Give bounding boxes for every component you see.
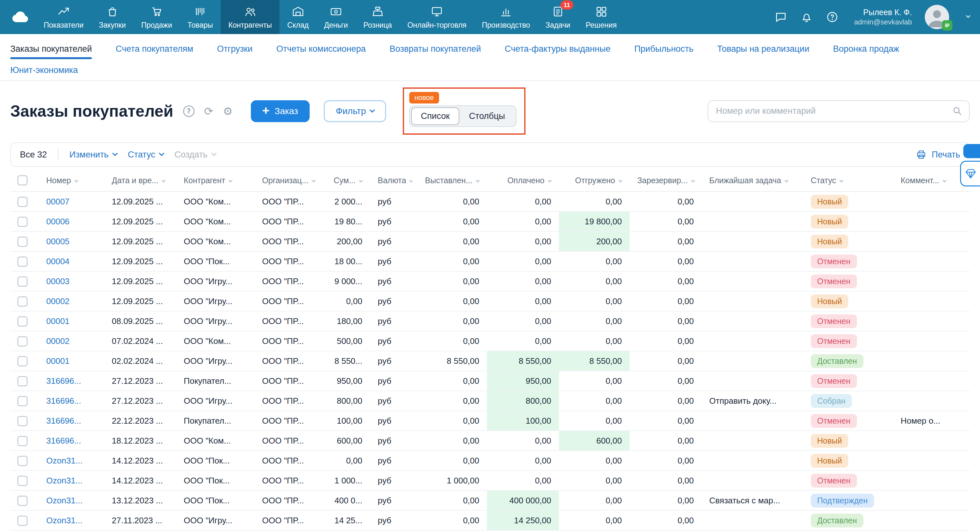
nav-item-solutions[interactable]: Решения [578,0,624,34]
row-checkbox[interactable] [18,436,28,446]
order-number-link[interactable]: 316696... [46,376,81,386]
column-header[interactable]: Коммент... [893,169,970,191]
table-row[interactable]: 0000512.09.2025 ...ООО "Ком...ООО "ПР...… [10,231,970,251]
row-checkbox[interactable] [18,396,28,406]
order-number-link[interactable]: Ozon31... [46,496,83,505]
row-checkbox[interactable] [18,316,28,327]
selection-count[interactable]: Все 32 [20,150,47,160]
nav-item-money[interactable]: Деньги [317,0,356,34]
table-row[interactable]: 0000412.09.2025 ...ООО "Пок...ООО "ПР...… [10,251,970,271]
table-row[interactable]: 0000108.09.2025 ...ООО "Игру...ООО "ПР..… [10,311,970,331]
nav-item-purchases[interactable]: Закупки [91,0,134,34]
order-number-link[interactable]: 316696... [46,396,81,406]
order-number-link[interactable]: Ozon31... [46,515,83,525]
column-header[interactable]: Контрагент [176,169,255,191]
column-header[interactable]: Дата и вре... [104,169,176,191]
table-row[interactable]: Ozon31...14.12.2023 ...ООО "Пок...ООО "П… [10,451,970,470]
subnav-item-10[interactable]: Юнит-экономика [10,65,78,75]
order-number-link[interactable]: 316696... [46,436,81,445]
column-header[interactable]: Организац... [255,169,319,191]
nav-item-online-trade[interactable]: Онлайн-торговля [399,0,474,34]
subnav-item-3[interactable]: Отгрузки [217,44,253,54]
subnav-item-9[interactable]: Воронка продаж [833,44,899,54]
order-number-link[interactable]: 00001 [46,316,69,326]
refresh-icon[interactable]: ⟳ [204,106,213,117]
order-number-link[interactable]: 00005 [46,237,69,246]
table-row[interactable]: 316696...27.12.2023 ...ООО "Игру...ООО "… [10,391,970,411]
row-checkbox[interactable] [18,197,28,207]
page-help-icon[interactable]: ? [183,105,195,117]
status-dropdown[interactable]: Статус [128,150,164,160]
nav-item-sales[interactable]: Продажи [134,0,180,34]
table-row[interactable]: Ozon31...13.12.2023 ...ООО "Пок...ООО "П… [10,491,970,510]
row-checkbox[interactable] [18,257,28,267]
column-header[interactable]: Номер [38,169,104,191]
order-number-link[interactable]: 00003 [46,276,69,286]
select-all-checkbox[interactable] [18,175,28,185]
order-number-link[interactable]: Ozon31... [46,476,83,485]
nav-item-warehouse[interactable]: Склад [280,0,317,34]
table-row[interactable]: 0000612.09.2025 ...ООО "Ком...ООО "ПР...… [10,212,970,231]
settings-gear-icon[interactable]: ⚙ [223,106,232,117]
nav-item-indicators[interactable]: Показатели [36,0,91,34]
row-checkbox[interactable] [18,356,28,367]
table-row[interactable]: 316696...18.12.2023 ...ООО "Ком...ООО "П… [10,431,970,451]
table-row[interactable]: 0000312.09.2025 ...ООО "Игру...ООО "ПР..… [10,271,970,291]
view-option-list[interactable]: Список [411,107,459,125]
app-logo-icon[interactable] [6,0,33,34]
subnav-item-7[interactable]: Прибыльность [635,44,694,54]
table-row[interactable]: 316696...27.12.2023 ...Покупател...ООО "… [10,371,970,391]
view-option-columns[interactable]: Столбцы [459,107,515,125]
order-number-link[interactable]: 00007 [46,197,69,206]
chat-icon[interactable] [775,11,787,24]
user-info[interactable]: Рылеев К. Ф. admin@sevkavlab [854,7,912,27]
subnav-item-6[interactable]: Счета-фактуры выданные [504,44,610,54]
row-checkbox[interactable] [18,515,28,526]
widget-tab[interactable] [963,144,980,158]
column-header[interactable]: Отгружено [559,169,630,191]
nav-item-retail[interactable]: Розница [356,0,399,34]
table-row[interactable]: Ozon31...14.12.2023 ...ООО "Пок...ООО "П… [10,470,970,491]
row-checkbox[interactable] [18,297,28,307]
nav-item-tasks[interactable]: 11Задачи [538,0,578,34]
bonus-widget-button[interactable] [960,161,980,187]
notifications-bell-icon[interactable] [800,11,813,24]
subnav-item-4[interactable]: Отчеты комиссионера [276,44,366,54]
filter-button[interactable]: Фильтр [324,100,386,122]
user-menu-caret-icon[interactable] [966,13,970,18]
row-checkbox[interactable] [18,416,28,426]
row-checkbox[interactable] [18,456,28,466]
table-row[interactable]: 0000712.09.2025 ...ООО "Ком...ООО "ПР...… [10,191,970,212]
order-number-link[interactable]: 00004 [46,257,69,266]
order-number-link[interactable]: Ozon31... [46,456,83,466]
subnav-item-5[interactable]: Возвраты покупателей [390,44,481,54]
column-header[interactable]: Валюта [370,169,412,191]
order-number-link[interactable]: 00002 [46,336,69,346]
table-row[interactable]: 0000102.02.2024 ...ООО "Игру...ООО "ПР..… [10,351,970,371]
row-checkbox[interactable] [18,496,28,506]
create-order-button[interactable]: + Заказ [251,100,310,122]
nav-item-counterparties[interactable]: Контрагенты [221,0,280,34]
avatar[interactable] [925,5,949,29]
print-button[interactable]: Печать [916,149,960,160]
subnav-item-2[interactable]: Счета покупателям [116,44,193,54]
row-checkbox[interactable] [18,237,28,247]
order-number-link[interactable]: 00001 [46,356,69,366]
column-header[interactable]: Ближайшая задача [702,169,803,191]
order-number-link[interactable]: 316696... [46,416,81,426]
column-header[interactable]: Оплачено [487,169,559,191]
row-checkbox[interactable] [18,336,28,346]
order-number-link[interactable]: 00006 [46,217,69,226]
row-checkbox[interactable] [18,276,28,287]
table-row[interactable]: 0000212.09.2025 ...ООО "Игру...ООО "ПР..… [10,291,970,311]
row-checkbox[interactable] [18,376,28,386]
order-number-link[interactable]: 00002 [46,297,69,306]
nav-item-goods[interactable]: Товары [180,0,221,34]
help-icon[interactable] [826,11,839,24]
search-input[interactable] [708,100,970,122]
row-checkbox[interactable] [18,217,28,227]
table-row[interactable]: 0000207.02.2024 ...ООО "Ком...ООО "ПР...… [10,331,970,351]
row-checkbox[interactable] [18,476,28,486]
table-row[interactable]: Ozon31...27.11.2023 ...ООО "Игру...ООО "… [10,510,970,530]
subnav-item-8[interactable]: Товары на реализации [717,44,810,54]
